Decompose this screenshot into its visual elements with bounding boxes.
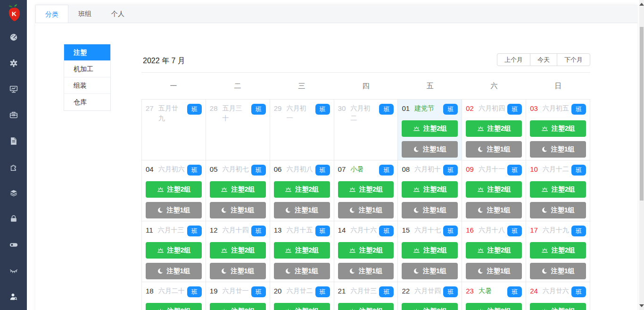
today-button[interactable]: 今天	[530, 53, 557, 66]
day-shift-button[interactable]: 注塑2组	[530, 303, 586, 310]
night-shift-button[interactable]: 注塑1组	[466, 202, 522, 218]
shift-badge[interactable]: 班	[443, 104, 458, 115]
shift-badge[interactable]: 班	[251, 286, 266, 297]
shift-badge[interactable]: 班	[379, 286, 394, 297]
calendar-day-cell[interactable]: 08 六月初十 班 注塑2组 注塑1组	[398, 160, 462, 221]
prev-month-button[interactable]: 上个月	[497, 53, 530, 66]
dashboard-icon[interactable]	[9, 33, 18, 42]
monitor-chart-icon[interactable]	[9, 85, 18, 93]
day-shift-button[interactable]: 注塑2组	[146, 181, 202, 198]
day-shift-button[interactable]: 注塑2组	[466, 120, 522, 137]
night-shift-button[interactable]: 注塑1组	[402, 263, 458, 279]
day-shift-button[interactable]: 注塑2组	[274, 181, 330, 198]
night-shift-button[interactable]: 注塑1组	[338, 263, 394, 279]
shift-badge[interactable]: 班	[571, 104, 586, 115]
calendar-day-cell[interactable]: 06 六月初八 班 注塑2组 注塑1组	[270, 160, 334, 221]
night-shift-button[interactable]: 注塑1组	[274, 263, 330, 279]
calendar-day-cell[interactable]: 07 小暑 班 注塑2组 注塑1组	[334, 160, 398, 221]
scrollbar-thumb[interactable]	[640, 27, 644, 201]
calendar-day-cell[interactable]: 02 六月初四 班 注塑2组 注塑1组	[462, 100, 526, 160]
night-shift-button[interactable]: 注塑1组	[146, 202, 202, 218]
shift-badge[interactable]: 班	[379, 226, 394, 236]
scroll-up-arrow[interactable]	[639, 3, 644, 6]
scroll-down-arrow[interactable]	[639, 304, 644, 307]
app-logo[interactable]: K	[4, 3, 24, 23]
shift-badge[interactable]: 班	[251, 165, 266, 176]
shift-badge[interactable]: 班	[443, 165, 458, 176]
calendar-day-cell[interactable]: 23 大暑 班 注塑2组 注塑1组	[462, 282, 526, 310]
calendar-day-cell[interactable]: 20 六月廿二 班 注塑2组 注塑1组	[270, 282, 334, 310]
puzzle-icon[interactable]	[9, 163, 18, 171]
shift-badge[interactable]: 班	[251, 226, 266, 236]
day-shift-button[interactable]: 注塑2组	[402, 181, 458, 198]
calendar-day-cell[interactable]: 05 六月初七 班 注塑2组 注塑1组	[206, 160, 270, 221]
category-item[interactable]: 注塑	[64, 44, 110, 61]
night-shift-button[interactable]: 注塑1组	[274, 202, 330, 218]
night-shift-button[interactable]: 注塑1组	[530, 263, 586, 279]
calendar-day-cell[interactable]: 28 五月三十 班	[206, 100, 270, 160]
day-shift-button[interactable]: 注塑2组	[530, 181, 586, 198]
eye-closed-icon[interactable]	[9, 267, 18, 275]
day-shift-button[interactable]: 注塑2组	[210, 303, 266, 310]
scrollbar[interactable]	[639, 0, 644, 310]
day-shift-button[interactable]: 注塑2组	[530, 242, 586, 259]
toggle-icon[interactable]	[9, 241, 18, 249]
shift-badge[interactable]: 班	[507, 286, 522, 297]
category-item[interactable]: 机加工	[64, 61, 110, 77]
calendar-day-cell[interactable]: 18 六月二十 班 注塑2组 注塑1组	[142, 282, 206, 310]
shift-badge[interactable]: 班	[507, 226, 522, 236]
shift-badge[interactable]: 班	[187, 286, 202, 297]
night-shift-button[interactable]: 注塑1组	[402, 141, 458, 158]
shift-badge[interactable]: 班	[251, 104, 266, 115]
shift-badge[interactable]: 班	[315, 165, 330, 176]
shift-badge[interactable]: 班	[443, 226, 458, 236]
lock-icon[interactable]	[9, 215, 18, 223]
tab-category[interactable]: 分类	[35, 5, 68, 23]
tab-personal[interactable]: 个人	[101, 5, 134, 23]
calendar-day-cell[interactable]: 16 六月十八 班 注塑2组 注塑1组	[462, 221, 526, 282]
night-shift-button[interactable]: 注塑1组	[338, 202, 394, 218]
shift-badge[interactable]: 班	[187, 165, 202, 176]
night-shift-button[interactable]: 注塑1组	[210, 263, 266, 279]
calendar-day-cell[interactable]: 19 六月廿一 班 注塑2组 注塑1组	[206, 282, 270, 310]
night-shift-button[interactable]: 注塑1组	[402, 202, 458, 218]
shift-badge[interactable]: 班	[507, 104, 522, 115]
category-item[interactable]: 组装	[64, 77, 110, 94]
calendar-day-cell[interactable]: 10 六月十二 班 注塑2组 注塑1组	[526, 160, 590, 221]
day-shift-button[interactable]: 注塑2组	[402, 120, 458, 137]
day-shift-button[interactable]: 注塑2组	[402, 242, 458, 259]
shift-badge[interactable]: 班	[507, 165, 522, 176]
calendar-day-cell[interactable]: 29 六月初一 班	[270, 100, 334, 160]
night-shift-button[interactable]: 注塑1组	[210, 202, 266, 218]
toolbox-icon[interactable]	[9, 111, 18, 119]
calendar-day-cell[interactable]: 09 六月十一 班 注塑2组 注塑1组	[462, 160, 526, 221]
calendar-day-cell[interactable]: 04 六月初六 班 注塑2组 注塑1组	[142, 160, 206, 221]
shift-badge[interactable]: 班	[571, 165, 586, 176]
shift-badge[interactable]: 班	[443, 286, 458, 297]
calendar-day-cell[interactable]: 24 六月廿六 班 注塑2组 注塑1组	[526, 282, 590, 310]
day-shift-button[interactable]: 注塑2组	[146, 303, 202, 310]
day-shift-button[interactable]: 注塑2组	[274, 242, 330, 259]
calendar-day-cell[interactable]: 03 六月初五 班 注塑2组 注塑1组	[526, 100, 590, 160]
calendar-day-cell[interactable]: 22 六月廿四 班 注塑2组 注塑1组	[398, 282, 462, 310]
calendar-day-cell[interactable]: 13 六月十五 班 注塑2组 注塑1组	[270, 221, 334, 282]
next-month-button[interactable]: 下个月	[557, 53, 590, 66]
night-shift-button[interactable]: 注塑1组	[146, 263, 202, 279]
category-item[interactable]: 仓库	[64, 94, 110, 110]
shift-badge[interactable]: 班	[571, 226, 586, 236]
calendar-day-cell[interactable]: 15 六月十七 班 注塑2组 注塑1组	[398, 221, 462, 282]
day-shift-button[interactable]: 注塑2组	[402, 303, 458, 310]
night-shift-button[interactable]: 注塑1组	[466, 141, 522, 158]
day-shift-button[interactable]: 注塑2组	[338, 181, 394, 198]
tab-group[interactable]: 班组	[68, 5, 101, 23]
document-icon[interactable]	[9, 137, 18, 145]
night-shift-button[interactable]: 注塑1组	[530, 202, 586, 218]
day-shift-button[interactable]: 注塑2组	[146, 242, 202, 259]
day-shift-button[interactable]: 注塑2组	[210, 181, 266, 198]
calendar-day-cell[interactable]: 17 六月十九 班 注塑2组 注塑1组	[526, 221, 590, 282]
shift-badge[interactable]: 班	[571, 286, 586, 297]
shift-badge[interactable]: 班	[315, 226, 330, 236]
user-icon[interactable]	[9, 293, 18, 301]
settings-icon[interactable]	[9, 59, 18, 67]
day-shift-button[interactable]: 注塑2组	[530, 120, 586, 137]
